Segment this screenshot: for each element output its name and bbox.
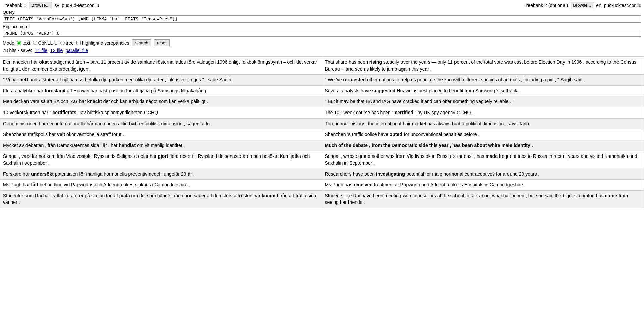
result-col1: Men det kan vara så att BA och IAG har k… [0,96,322,107]
result-col2: The 10 - week course has been " certifie… [322,107,644,118]
result-col2: Seagal , whose grandmother was from Vlad… [322,151,644,169]
result-col1: Studenter som Rai har träffat kuratorer … [0,190,322,208]
result-col2: Students like Rai have been meeting with… [322,190,644,208]
parallel-file-link[interactable]: parallel file [65,48,88,53]
treebank2-filename: en_pud-ud-test.conllu [596,3,641,8]
table-row: " Vi har bett andra stater att hjälpa os… [0,75,644,86]
table-row: Studenter som Rai har träffat kuratorer … [0,190,644,208]
mode-conllu-option[interactable]: CoNLL-U [33,40,58,46]
result-col1: Mycket av debatten , från Demokraternas … [0,140,322,151]
mode-text-radio[interactable] [17,41,21,45]
table-row: Mycket av debatten , från Demokraternas … [0,140,644,151]
result-col1: Den andelen har ökat stadigt med åren – … [0,57,322,75]
result-col2: Throughout history , the international h… [322,118,644,129]
table-row: Ms Pugh har fått behandling vid Papworth… [0,180,644,191]
mode-tree-option[interactable]: tree [60,40,74,46]
mode-tree-label: tree [66,40,74,46]
result-col2: Much of the debate , from the Democratic… [322,140,644,151]
mode-text-option[interactable]: text [17,40,30,46]
replacement-label: Replacement [3,24,641,29]
result-col2: Ms Pugh has received treatment at Papwor… [322,180,644,191]
table-row: Men det kan vara så att BA och IAG har k… [0,96,644,107]
highlight-discrepancies-label: highlight discrepancies [82,40,129,46]
result-col1: Flera analytiker har föreslagit att Huaw… [0,85,322,96]
mode-conllu-label: CoNLL-U [38,40,58,46]
result-col1: Shenzhens trafikpolis har valt okonventi… [0,129,322,140]
table-row: Shenzhens trafikpolis har valt okonventi… [0,129,644,140]
treebank1-filename: sv_pud-ud-test.conllu [55,3,99,8]
highlight-discrepancies-checkbox[interactable] [76,41,81,45]
results-table: Den andelen har ökat stadigt med åren – … [0,57,644,208]
mode-conllu-radio[interactable] [33,41,37,45]
mode-label: Mode [3,40,14,46]
table-row: Forskare har undersökt potentialen för m… [0,169,644,180]
result-col1: " Vi har bett andra stater att hjälpa os… [0,75,322,86]
result-col1: 10-veckorskursen har " certifierats " av… [0,107,322,118]
result-col2: Several analysts have suggested Huawei i… [322,85,644,96]
treebank2-label: Treebank 2 (optional) [524,3,568,8]
treebank2-browse-button[interactable]: Browse... [571,2,593,8]
treebank1-label: Treebank 1 [3,3,26,8]
query-label: Query [3,10,641,15]
replacement-input[interactable] [3,30,641,37]
result-col1: Forskare har undersökt potentialen för m… [0,169,322,180]
result-col1: Genom historien har den internationella … [0,118,322,129]
mode-tree-radio[interactable] [60,41,65,45]
hits-text: 78 hits - save: [3,48,32,53]
result-col2: " We 've requested other nations to help… [322,75,644,86]
mode-text-label: text [22,40,30,46]
table-row: Seagal , vars farmor kom från Vladivosto… [0,151,644,169]
result-col2: " But it may be that BA and IAG have cra… [322,96,644,107]
result-col1: Ms Pugh har fått behandling vid Papworth… [0,180,322,191]
table-row: 10-veckorskursen har " certifierats " av… [0,107,644,118]
table-row: Den andelen har ökat stadigt med åren – … [0,57,644,75]
search-button[interactable]: search [132,39,151,46]
table-row: Flera analytiker har föreslagit att Huaw… [0,85,644,96]
result-col1: Seagal , vars farmor kom från Vladivosto… [0,151,322,169]
highlight-discrepancies-option[interactable]: highlight discrepancies [76,40,129,46]
table-row: Genom historien har den internationella … [0,118,644,129]
treebank1-browse-button[interactable]: Browse... [29,2,52,8]
t2-file-link[interactable]: T2 file [50,48,63,53]
result-col2: Shenzhen 's traffic police have opted fo… [322,129,644,140]
reset-button[interactable]: reset [154,39,170,46]
t1-file-link[interactable]: T1 file [35,48,47,53]
result-col2: Researchers have been investigating pote… [322,169,644,180]
result-col2: That share has been rising steadily over… [322,57,644,75]
query-input[interactable] [3,15,641,22]
